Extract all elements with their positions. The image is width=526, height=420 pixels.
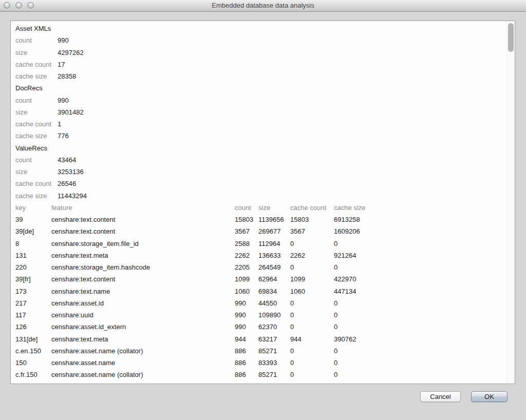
- table-cell: 2262: [290, 250, 334, 261]
- table-row: 39[fr]censhare:text.content1099629641099…: [15, 273, 506, 285]
- table-row: 150censhare:asset.name8868339300: [15, 357, 506, 369]
- table-cell: 217: [15, 297, 51, 309]
- table-cell: 0: [334, 321, 506, 333]
- stats-section-title: ValueRecs: [15, 142, 506, 154]
- table-cell: 131[de]: [15, 333, 51, 345]
- table-cell: 39[de]: [15, 225, 51, 237]
- stat-label: cache size: [15, 190, 58, 202]
- ok-button[interactable]: OK: [471, 391, 508, 402]
- stat-label: count: [15, 154, 58, 166]
- table-cell: censhare:text.content: [51, 214, 235, 225]
- table-cell: 1139656: [258, 214, 290, 225]
- table-cell: 422970: [334, 273, 506, 285]
- table-row: 217censhare:asset.id9904455000: [15, 297, 506, 309]
- table-row: 126censhare:asset.id_extern9906237000: [15, 321, 506, 333]
- stat-label: count: [15, 34, 58, 46]
- table-cell: 117: [15, 309, 51, 321]
- close-icon[interactable]: [4, 2, 10, 9]
- table-cell: 0: [334, 238, 506, 250]
- zoom-icon[interactable]: [27, 2, 34, 9]
- table-cell: censhare:uuid: [51, 309, 235, 321]
- table-cell: 0: [290, 321, 334, 333]
- stat-value: 11443294: [58, 190, 87, 202]
- stat-row: cache size776: [15, 130, 506, 142]
- stat-row: cache count26546: [15, 178, 506, 189]
- table-cell: 944: [235, 333, 258, 345]
- stat-row: cache size11443294: [15, 190, 506, 202]
- table-cell: censhare:storage_item.file_id: [51, 238, 235, 250]
- table-cell: 390762: [334, 333, 506, 345]
- table-cell: 990: [235, 297, 258, 309]
- stats-section-title: Asset XMLs: [15, 23, 506, 34]
- table-cell: 39[fr]: [15, 273, 51, 285]
- table-row: 220censhare:storage_item.hashcode2205264…: [15, 261, 506, 273]
- table-cell: 2262: [235, 250, 258, 261]
- table-cell: 83393: [258, 357, 290, 369]
- table-cell: 0: [290, 261, 334, 273]
- table-cell: 85271: [258, 369, 290, 380]
- table-cell: censhare:text.meta: [51, 250, 235, 261]
- stat-value: 17: [58, 59, 65, 70]
- table-cell: 0: [290, 297, 334, 309]
- table-cell: 886: [235, 357, 258, 369]
- table-cell: 0: [290, 345, 334, 357]
- stats-section-title: DocRecs: [15, 82, 506, 94]
- table-cell: 0: [334, 297, 506, 309]
- table-row: 131censhare:text.meta2262136633226292126…: [15, 250, 506, 261]
- cancel-button[interactable]: Cancel: [420, 391, 461, 402]
- table-cell: censhare:asset.id_extern: [51, 321, 235, 333]
- stat-label: cache size: [15, 130, 58, 142]
- table-cell: 39: [15, 214, 51, 225]
- table-row: 39censhare:text.content15803113965615803…: [15, 214, 506, 225]
- table-cell: 1099: [290, 273, 334, 285]
- vertical-scrollbar[interactable]: [506, 21, 515, 384]
- table-cell: 0: [334, 381, 506, 385]
- table-cell: 62964: [258, 273, 290, 285]
- table-header-cell: cache size: [334, 202, 506, 214]
- dialog-window: { "window": { "title": "Embedded databas…: [0, 0, 526, 420]
- window-controls: [4, 2, 34, 9]
- stat-value: 4297262: [58, 47, 84, 59]
- table-cell: 1099: [235, 273, 258, 285]
- table-cell: 447134: [334, 285, 506, 297]
- table-cell: c.fr.150: [15, 369, 51, 380]
- table-cell: 131: [15, 250, 51, 261]
- stat-label: cache size: [15, 70, 58, 82]
- table-cell: censhare:text.content: [51, 225, 235, 237]
- table-cell: 264549: [258, 261, 290, 273]
- stat-row: count990: [15, 94, 506, 106]
- stat-value: 28358: [58, 70, 76, 82]
- stat-value: 776: [58, 130, 69, 142]
- table-header-cell: key: [15, 202, 51, 214]
- stat-value: 990: [58, 34, 69, 46]
- table-cell: 886: [235, 381, 258, 385]
- minimize-icon[interactable]: [15, 2, 22, 9]
- table-cell: 886: [235, 369, 258, 380]
- table-cell: 150: [15, 357, 51, 369]
- table-cell: 0: [334, 369, 506, 380]
- table-cell: c.en.150: [15, 345, 51, 357]
- table-cell: 921264: [334, 250, 506, 261]
- stat-value: 43464: [58, 154, 76, 166]
- table-row: 173censhare:text.name1060698341060447134: [15, 285, 506, 297]
- table-cell: 0: [290, 238, 334, 250]
- table-cell: 85271: [258, 345, 290, 357]
- table-header-cell: feature: [51, 202, 235, 214]
- analysis-text: Asset XMLscount990size4297262cache count…: [11, 21, 506, 384]
- stat-row: size3253136: [15, 166, 506, 178]
- table-cell: censhare:text.name: [51, 285, 235, 297]
- table-cell: 0: [334, 309, 506, 321]
- table-row: 131[de]censhare:text.meta944632179443907…: [15, 333, 506, 345]
- table-cell: censhare:text.meta: [51, 333, 235, 345]
- title-bar: Embedded database data analysis: [0, 0, 526, 12]
- table-cell: 0: [290, 369, 334, 380]
- table-cell: 990: [235, 309, 258, 321]
- scrollbar-thumb[interactable]: [508, 23, 514, 52]
- stat-value: 990: [58, 94, 69, 106]
- table-cell: 6913258: [334, 214, 506, 225]
- table-row: c.en.150censhare:asset.name (collator)88…: [15, 345, 506, 357]
- table-cell: 63217: [258, 333, 290, 345]
- table-cell: 62370: [258, 321, 290, 333]
- table-cell: 8: [15, 238, 51, 250]
- table-row: c.fr.150censhare:asset.name (collator)88…: [15, 369, 506, 380]
